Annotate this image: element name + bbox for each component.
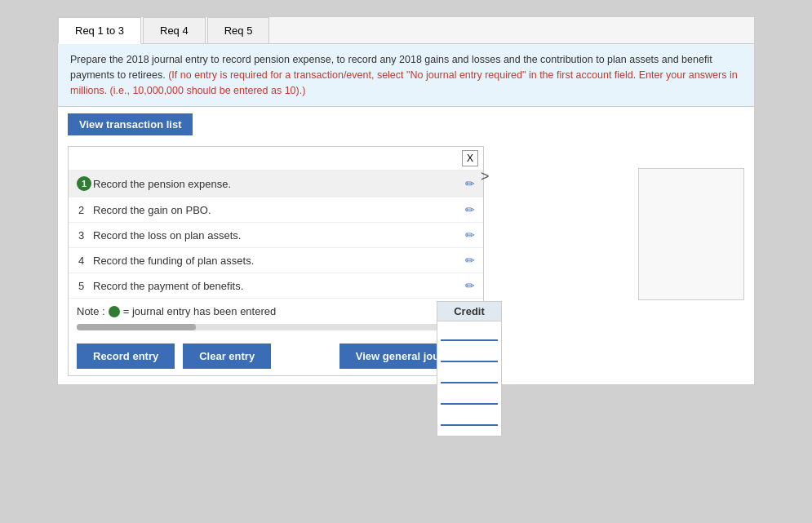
main-container: Req 1 to 3 Req 4 Req 5 Prepare the 2018 … [57, 16, 755, 385]
tab-req-4[interactable]: Req 4 [143, 17, 206, 43]
table-row[interactable]: 3 Record the loss on plan assets. ✏ [69, 223, 483, 248]
tabs-bar: Req 1 to 3 Req 4 Req 5 [58, 17, 754, 44]
transaction-text: Record the loss on plan assets. [93, 229, 465, 242]
credit-column-header: Credit [437, 302, 501, 321]
edit-icon[interactable]: ✏ [465, 254, 475, 267]
note-area: Note : = journal entry has been entered [69, 299, 483, 321]
credit-input-row[interactable] [441, 323, 498, 341]
table-row[interactable]: 5 Record the payment of benefits. ✏ [69, 273, 483, 299]
scrollbar-area[interactable] [77, 324, 475, 334]
view-transaction-list-button[interactable]: View transaction list [68, 113, 193, 135]
edit-icon[interactable]: ✏ [465, 279, 475, 292]
transaction-text: Record the gain on PBO. [93, 204, 465, 216]
panel-header: X [69, 147, 483, 171]
credit-input-row[interactable] [441, 344, 498, 362]
tab-req-1-3[interactable]: Req 1 to 3 [58, 17, 141, 44]
edit-icon[interactable]: ✏ [465, 177, 475, 190]
credit-column-panel: Credit [437, 301, 502, 437]
credit-input-row[interactable] [441, 366, 498, 383]
tab-req-5[interactable]: Req 5 [207, 17, 270, 43]
clear-entry-button[interactable]: Clear entry [183, 343, 271, 369]
note-prefix: Note : [77, 305, 105, 317]
instructions-box: Prepare the 2018 journal entry to record… [58, 44, 754, 107]
record-entry-button[interactable]: Record entry [77, 343, 175, 369]
filled-indicator [109, 306, 120, 317]
table-row[interactable]: 1 Record the pension expense. ✏ [69, 171, 483, 197]
expand-arrow[interactable]: > [481, 168, 490, 185]
close-button[interactable]: X [462, 150, 478, 166]
row-number-label: 5 [78, 280, 84, 292]
credit-input-row[interactable] [441, 408, 498, 426]
table-row[interactable]: 2 Record the gain on PBO. ✏ [69, 197, 483, 223]
instructions-warning-text: (If no entry is required for a transacti… [70, 69, 738, 96]
scrollbar-thumb [77, 324, 196, 330]
credit-rows [437, 321, 501, 436]
credit-input-row[interactable] [441, 387, 498, 405]
transaction-panel: X 1 Record the pension expense. ✏ 2 Reco [68, 146, 484, 376]
content-area: X 1 Record the pension expense. ✏ 2 Reco [58, 142, 754, 384]
journal-entry-panel [638, 168, 744, 300]
transaction-text: Record the payment of benefits. [93, 280, 465, 292]
bottom-buttons: Record entry Clear entry View general jo… [69, 337, 483, 375]
transaction-text: Record the funding of plan assets. [93, 255, 465, 267]
row-number-label: 3 [78, 229, 84, 242]
transaction-list: 1 Record the pension expense. ✏ 2 Record… [69, 171, 483, 299]
row-number-filled: 1 [77, 176, 91, 191]
note-suffix: = journal entry has been entered [123, 305, 277, 317]
row-number-label: 4 [78, 255, 84, 267]
table-row[interactable]: 4 Record the funding of plan assets. ✏ [69, 248, 483, 273]
row-number-label: 2 [78, 204, 84, 216]
edit-icon[interactable]: ✏ [465, 203, 475, 216]
edit-icon[interactable]: ✏ [465, 228, 475, 242]
transaction-text: Record the pension expense. [93, 178, 465, 190]
scrollbar-track [77, 324, 475, 330]
